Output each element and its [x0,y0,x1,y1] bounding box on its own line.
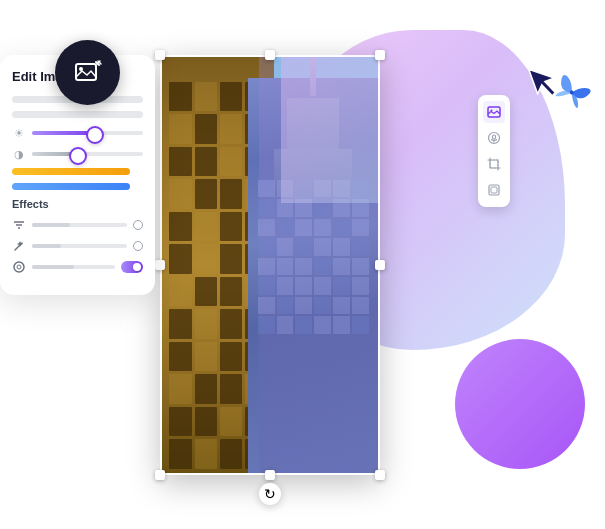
brightness-fill [32,131,99,135]
rotate-icon: ↻ [264,486,276,502]
w [220,309,242,339]
brightness-slider[interactable]: ☀ [12,126,143,140]
w [220,439,242,469]
magic-bar [32,244,127,248]
ew [295,238,312,256]
building-right [248,78,378,473]
w [169,277,191,307]
svg-point-6 [17,265,21,269]
crop-icon [487,157,501,171]
toolbar-btn-audio[interactable] [483,127,505,149]
ew [333,219,350,236]
image-canvas[interactable]: ↻ [160,55,380,475]
ew [333,258,350,275]
color-bar-row-2 [12,183,143,190]
w [195,147,217,177]
ew [314,277,331,295]
ew [333,316,350,334]
w [220,342,242,372]
svg-rect-14 [491,187,497,193]
ew [314,199,331,217]
ew [314,219,331,236]
handle-mid-right[interactable] [375,260,385,270]
ew [352,180,369,197]
handle-bottom-left[interactable] [155,470,165,480]
w [220,212,242,242]
scene: Edit Image ☀ ◑ Effects [0,0,605,529]
ew [352,258,369,275]
filter-icon [12,218,26,232]
ew [277,199,294,217]
contrast-icon: ◑ [12,147,26,161]
w [195,212,217,242]
handle-top-left[interactable] [155,50,165,60]
svg-rect-0 [76,64,96,80]
ew [258,258,275,275]
w [220,244,242,274]
ew [333,180,350,197]
ew [352,238,369,256]
ew [258,297,275,314]
filter-bar [32,223,127,227]
toolbar-btn-effect[interactable] [483,179,505,201]
ew [314,238,331,256]
right-toolbar [478,95,510,207]
ew [333,277,350,295]
contrast-fill [32,152,82,156]
svg-point-5 [14,262,24,272]
empire-spire [310,55,316,96]
handle-bottom-mid[interactable] [265,470,275,480]
contrast-slider[interactable]: ◑ [12,147,143,161]
ew [277,258,294,275]
effect-row-vignette[interactable] [12,260,143,274]
ew [277,219,294,236]
w [195,407,217,437]
handle-top-right[interactable] [375,50,385,60]
w [195,179,217,209]
image-edit-icon [72,57,104,89]
ew [258,219,275,236]
w [195,439,217,469]
ew [277,316,294,334]
ew [352,219,369,236]
w [169,147,191,177]
effect-row-magic[interactable] [12,239,143,253]
vignette-toggle[interactable] [121,261,143,273]
w [220,179,242,209]
ew [295,297,312,314]
w [169,342,191,372]
w [220,82,242,112]
toolbar-btn-image[interactable] [483,101,505,123]
w [195,374,217,404]
filter-fill [32,223,70,227]
filter-toggle[interactable] [133,220,143,230]
toolbar-btn-crop[interactable] [483,153,505,175]
magic-toggle[interactable] [133,241,143,251]
vignette-fill [32,265,74,269]
image-icon [487,105,501,119]
w [195,342,217,372]
ew [352,297,369,314]
w [195,114,217,144]
w [169,179,191,209]
w [169,439,191,469]
ew [333,297,350,314]
ew [295,316,312,334]
contrast-track[interactable] [32,152,143,156]
empire-top [287,98,339,157]
handle-mid-left[interactable] [155,260,165,270]
w [195,244,217,274]
rotate-handle[interactable]: ↻ [259,483,281,505]
svg-rect-10 [493,135,496,139]
ew [352,316,369,334]
ew [295,258,312,275]
edit-panel: Edit Image ☀ ◑ Effects [0,55,155,295]
ew [333,199,350,217]
color-bar-row-1 [12,168,143,175]
w [220,374,242,404]
handle-bottom-right[interactable] [375,470,385,480]
effect-row-filter[interactable] [12,218,143,232]
magic-fill [32,244,61,248]
handle-top-mid[interactable] [265,50,275,60]
brightness-track[interactable] [32,131,143,135]
